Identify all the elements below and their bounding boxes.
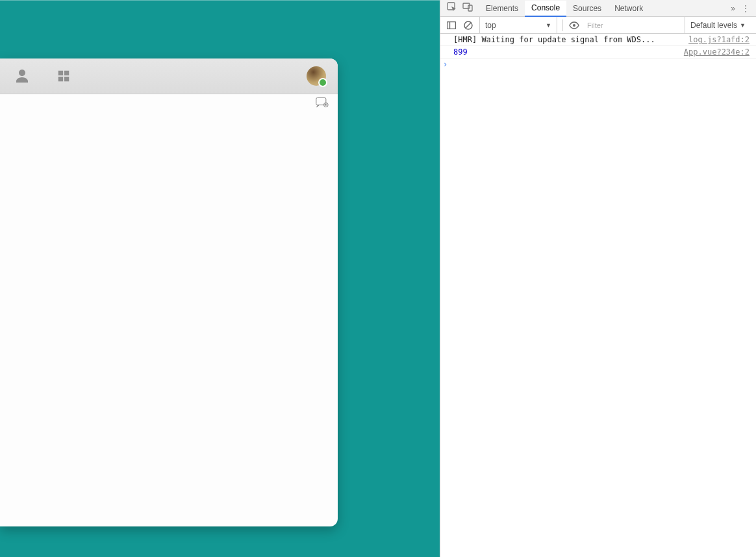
- console-line: [HMR] Waiting for update signal from WDS…: [440, 34, 756, 46]
- log-message: [HMR] Waiting for update signal from WDS…: [453, 35, 688, 44]
- tab-console[interactable]: Console: [525, 1, 566, 17]
- context-label: top: [485, 21, 496, 30]
- chat-add-icon[interactable]: [316, 97, 329, 110]
- console-line: 899 App.vue?234e:2: [440, 46, 756, 58]
- clear-console-icon[interactable]: [462, 19, 474, 31]
- kebab-icon[interactable]: ⋮: [742, 4, 750, 13]
- app-card: [0, 58, 338, 526]
- devtools-panel: Elements Console Sources Network » ⋮ top…: [440, 0, 756, 557]
- console-toolbar: top ▼ Default levels ▼: [440, 17, 756, 34]
- filter-input[interactable]: [585, 20, 679, 31]
- console-prompt[interactable]: ›: [440, 58, 756, 70]
- sidebar-toggle-icon[interactable]: [446, 19, 457, 31]
- devtools-tabs: Elements Console Sources Network » ⋮: [440, 0, 756, 17]
- levels-label: Default levels: [690, 21, 737, 30]
- device-toggle-icon[interactable]: [462, 2, 473, 14]
- log-levels-select[interactable]: Default levels ▼: [685, 17, 751, 33]
- svg-rect-0: [316, 97, 326, 105]
- avatar[interactable]: [307, 66, 326, 86]
- svg-point-7: [573, 24, 575, 27]
- chevron-down-icon: ▼: [740, 22, 746, 29]
- app-viewport: [0, 0, 440, 557]
- log-source-link[interactable]: log.js?1afd:2: [688, 35, 750, 44]
- tab-sources[interactable]: Sources: [566, 0, 608, 16]
- user-icon[interactable]: [13, 67, 31, 85]
- chevron-down-icon: ▼: [546, 22, 551, 29]
- log-source-link[interactable]: App.vue?234e:2: [684, 47, 750, 57]
- live-expression-icon[interactable]: [562, 19, 579, 31]
- svg-rect-5: [447, 21, 456, 29]
- tab-network[interactable]: Network: [608, 0, 649, 16]
- sub-toolbar: [0, 94, 338, 112]
- tab-elements[interactable]: Elements: [479, 0, 525, 16]
- app-toolbar: [0, 58, 338, 94]
- log-message: 899: [453, 47, 684, 57]
- nav-icons: [13, 67, 73, 85]
- more-tabs-icon[interactable]: »: [731, 4, 735, 13]
- console-body: [HMR] Waiting for update signal from WDS…: [440, 34, 756, 557]
- inspect-icon[interactable]: [447, 2, 457, 14]
- context-select[interactable]: top ▼: [479, 17, 557, 33]
- grid-icon[interactable]: [55, 67, 73, 85]
